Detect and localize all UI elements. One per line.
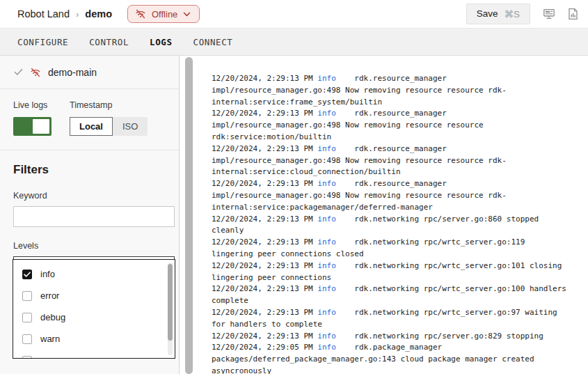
log-line: 12/20/2024, 2:29:13 PM info rdk.resource… xyxy=(212,178,588,190)
log-entry: 12/20/2024, 2:29:13 PM info rdk.networki… xyxy=(212,283,588,307)
log-line: 12/20/2024, 2:29:13 PM info rdk.networki… xyxy=(212,283,588,295)
breadcrumb-org[interactable]: Robot Land xyxy=(17,8,70,20)
log-level: info xyxy=(317,144,336,153)
log-line: impl/resource_manager.go:498 Now removin… xyxy=(212,155,588,167)
log-line: 12/20/2024, 2:29:13 PM info rdk.networki… xyxy=(212,237,588,249)
logs-scrollbar-thumb[interactable] xyxy=(185,57,193,374)
timestamp-control: Timestamp Local ISO xyxy=(70,100,148,136)
log-message: rdk.resource_manager xyxy=(336,179,447,188)
level-option-label: error xyxy=(40,290,59,301)
log-list: 12/20/2024, 2:29:13 PM info rdk.resource… xyxy=(212,73,588,374)
log-entry: 12/20/2024, 2:29:13 PM info rdk.resource… xyxy=(212,143,588,178)
tab-configure[interactable]: CONFIGURE xyxy=(17,37,68,47)
level-option-error[interactable]: error xyxy=(13,285,175,306)
log-level: info xyxy=(317,261,336,270)
part-row[interactable]: demo-main xyxy=(0,56,179,89)
level-option-warn[interactable]: warn xyxy=(13,328,175,350)
monitor-icon[interactable] xyxy=(543,8,555,20)
log-message: rdk.networking rpc/server.go:829 stoppin… xyxy=(336,332,543,341)
breadcrumb-machine[interactable]: demo xyxy=(85,8,112,20)
log-line: for handlers to complete xyxy=(212,319,588,331)
toggle-knob xyxy=(33,119,49,134)
log-line: 12/20/2024, 2:29:05 PM info rdk.package_… xyxy=(212,342,588,354)
machine-status-badge[interactable]: Offline xyxy=(127,5,200,23)
topbar-actions: Save ⌘S xyxy=(466,3,578,24)
timestamp-label: Timestamp xyxy=(70,100,148,110)
tab-connect[interactable]: CONNECT xyxy=(193,37,233,47)
log-controls: Live logs Timestamp Local ISO xyxy=(0,89,179,150)
checkbox-partial[interactable] xyxy=(22,356,32,359)
log-entry: 12/20/2024, 2:29:05 PM info rdk.package_… xyxy=(212,342,588,374)
log-file-icon[interactable] xyxy=(568,8,578,20)
filters-title: Filters xyxy=(13,163,166,177)
log-level: info xyxy=(317,332,336,341)
log-panel: 12/20/2024, 2:29:13 PM info rdk.resource… xyxy=(193,56,588,374)
timestamp-option-iso[interactable]: ISO xyxy=(113,117,148,136)
log-message: rdk.networking rpc/wrtc_server.go:119 xyxy=(336,237,525,247)
log-message: rdk.resource_manager xyxy=(336,74,447,83)
part-name: demo-main xyxy=(48,67,97,78)
tab-logs[interactable]: LOGS xyxy=(150,37,173,47)
log-line: 12/20/2024, 2:29:13 PM info rdk.networki… xyxy=(212,307,588,319)
log-line: 12/20/2024, 2:29:13 PM info rdk.networki… xyxy=(212,214,588,226)
breadcrumb: Robot Land › demo xyxy=(17,8,112,20)
log-message: rdk.package_manager xyxy=(336,343,442,352)
checkbox-info[interactable] xyxy=(22,270,32,279)
log-timestamp: 12/20/2024, 2:29:13 PM xyxy=(212,332,317,341)
log-entry: 12/20/2024, 2:29:13 PM info rdk.resource… xyxy=(212,178,588,213)
sidebar: demo-main Live logs Timestamp Local ISO … xyxy=(0,56,180,374)
tab-control[interactable]: CONTROL xyxy=(89,37,129,47)
log-line: packages/deferred_package_manager.go:143… xyxy=(212,354,588,366)
log-level: info xyxy=(317,237,336,247)
log-line: 12/20/2024, 2:29:13 PM info rdk.resource… xyxy=(212,108,588,120)
log-line: impl/resource_manager.go:498 Now removin… xyxy=(212,85,588,97)
log-line: internal:service:cloud_connection/builti… xyxy=(212,166,588,178)
log-line: internal:service:frame_system/builtin xyxy=(212,97,588,109)
log-message: rdk.resource_manager xyxy=(336,144,447,153)
dropdown-scrollbar-thumb[interactable] xyxy=(168,264,173,341)
log-line: asyncronously xyxy=(212,366,588,374)
timestamp-option-local[interactable]: Local xyxy=(70,117,113,136)
checkbox-error[interactable] xyxy=(22,291,32,301)
tab-bar: CONFIGURECONTROLLOGSCONNECT xyxy=(0,28,588,56)
log-timestamp: 12/20/2024, 2:29:05 PM xyxy=(212,343,317,352)
checkbox-debug[interactable] xyxy=(22,313,32,322)
log-level: info xyxy=(317,74,336,83)
log-message: rdk.resource_manager xyxy=(336,109,447,118)
log-line: complete xyxy=(212,295,588,307)
level-option-label: debug xyxy=(40,312,65,322)
keyword-label: Keyword xyxy=(13,191,166,201)
log-level: info xyxy=(317,109,336,118)
level-option-debug[interactable]: debug xyxy=(13,306,175,328)
levels-dropdown: infoerrordebugwarn xyxy=(13,259,175,359)
log-timestamp: 12/20/2024, 2:29:13 PM xyxy=(212,144,317,153)
level-option-partial[interactable] xyxy=(13,350,175,359)
log-level: info xyxy=(317,343,336,352)
level-option-label: info xyxy=(40,269,55,279)
timestamp-segmented-control: Local ISO xyxy=(70,117,148,136)
save-button[interactable]: Save ⌘S xyxy=(466,3,530,24)
log-line: rdk:service:motion/builtin xyxy=(212,132,588,143)
status-label: Offline xyxy=(152,9,177,20)
dropdown-scrollbar[interactable] xyxy=(168,263,173,355)
log-level: info xyxy=(317,308,336,317)
log-line: internal:service:packagemanager/deferred… xyxy=(212,202,588,214)
levels-label: Levels xyxy=(13,241,166,251)
log-line: 12/20/2024, 2:29:13 PM info rdk.resource… xyxy=(212,143,588,155)
log-entry: 12/20/2024, 2:29:13 PM info rdk.resource… xyxy=(212,73,588,108)
log-entry: 12/20/2024, 2:29:13 PM info rdk.networki… xyxy=(212,307,588,331)
log-line: 12/20/2024, 2:29:13 PM info rdk.resource… xyxy=(212,73,588,85)
log-timestamp: 12/20/2024, 2:29:13 PM xyxy=(212,284,317,293)
live-logs-toggle[interactable] xyxy=(13,117,51,136)
log-line: cleanly xyxy=(212,225,588,237)
log-line: 12/20/2024, 2:29:13 PM info rdk.networki… xyxy=(212,331,588,343)
log-timestamp: 12/20/2024, 2:29:13 PM xyxy=(212,308,317,317)
level-option-info[interactable]: info xyxy=(13,263,175,285)
logs-scrollbar[interactable] xyxy=(185,57,193,374)
log-entry: 12/20/2024, 2:29:13 PM info rdk.networki… xyxy=(212,214,588,237)
checkbox-warn[interactable] xyxy=(22,334,32,344)
log-line: lingering peer connections closed xyxy=(212,249,588,260)
log-message: rdk.networking rpc/wrtc_server.go:97 wai… xyxy=(336,308,557,317)
keyword-input[interactable] xyxy=(13,206,175,227)
log-entry: 12/20/2024, 2:29:13 PM info rdk.networki… xyxy=(212,237,588,260)
